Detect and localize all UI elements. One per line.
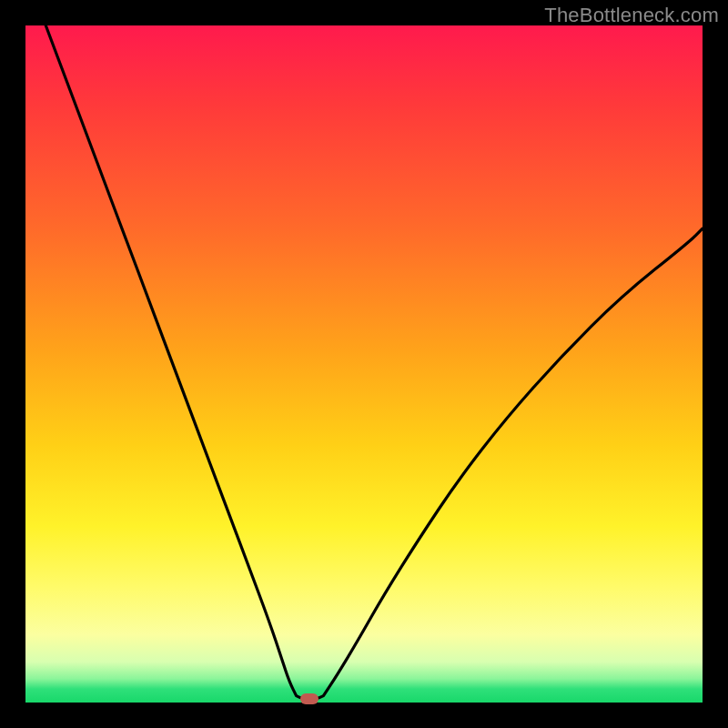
chart-plot-area <box>25 25 703 703</box>
chart-frame: TheBottleneck.com <box>0 0 728 728</box>
bottleneck-curve <box>25 25 703 703</box>
watermark-text: TheBottleneck.com <box>544 4 719 27</box>
minimum-marker <box>300 693 318 704</box>
